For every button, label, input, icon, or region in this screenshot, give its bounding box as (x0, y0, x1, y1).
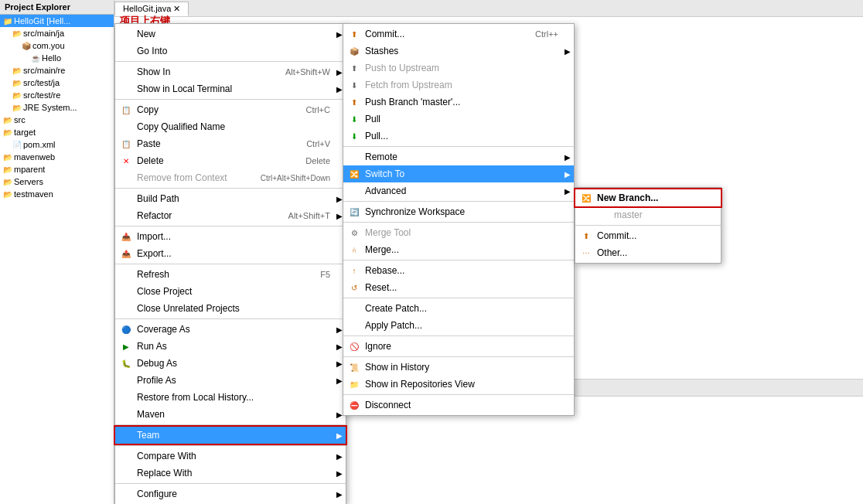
menu-push-upstream: ⬆ Push to Upstream (343, 60, 574, 77)
tree-item-testmaven[interactable]: 📂 testmaven (0, 188, 114, 200)
menu-pull-dots[interactable]: ⬇ Pull... (343, 128, 574, 145)
merge-tool-icon: ⚙ (348, 226, 360, 239)
menu-switch-to[interactable]: 🔀 Switch To▶ (343, 165, 574, 182)
new-branch-icon: 🔀 (580, 192, 592, 204)
menu-copy-qualified[interactable]: Copy Qualified Name (115, 118, 346, 135)
project-explorer-header: Project Explorer (0, 0, 114, 15)
tree-item-src-main-ja[interactable]: 📂 src/main/ja (0, 27, 114, 39)
menu-import[interactable]: 📥 Import... (115, 228, 346, 245)
menu-merge-tool: ⚙ Merge Tool (343, 224, 574, 241)
menu-paste[interactable]: 📋 PasteCtrl+V (115, 135, 346, 152)
commit-switch-icon: ⬆ (580, 230, 592, 242)
l2-sep8 (343, 394, 574, 395)
menu-close-project[interactable]: Close Project (115, 283, 346, 300)
debug-icon: 🐛 (120, 357, 132, 369)
team-submenu: ⬆ Commit...Ctrl++ 📦 Stashes▶ ⬆ Push to U… (343, 23, 575, 416)
disconnect-icon: ⛔ (348, 399, 360, 411)
menu-export[interactable]: 📤 Export... (115, 245, 346, 262)
copy-icon: 📋 (120, 104, 132, 116)
menu-stashes[interactable]: 📦 Stashes▶ (343, 43, 574, 60)
menu-maven[interactable]: Maven▶ (115, 406, 346, 423)
menu-commit-switch[interactable]: ⬆ Commit... (575, 227, 721, 244)
sep9 (115, 483, 346, 484)
tree-item-com-you[interactable]: 📦 com.you (0, 39, 114, 52)
menu-close-unrelated[interactable]: Close Unrelated Projects (115, 300, 346, 317)
menu-build-path[interactable]: Build Path▶ (115, 190, 346, 207)
menu-create-patch[interactable]: Create Patch... (343, 300, 574, 317)
tree-item-hellogit--hell---[interactable]: 📁 HelloGit [Hell... (0, 15, 114, 27)
menu-merge[interactable]: ⑃ Merge... (343, 241, 574, 258)
menu-copy[interactable]: 📋 CopyCtrl+C (115, 101, 346, 118)
menu-remove-context: Remove from ContextCtrl+Alt+Shift+Down (115, 169, 346, 186)
tree-item-src-main-re[interactable]: 📂 src/main/re (0, 64, 114, 77)
commit-icon: ⬆ (348, 28, 360, 40)
sep8 (115, 445, 346, 446)
sep2 (115, 99, 346, 100)
menu-team[interactable]: Team▶ (115, 427, 346, 444)
tree-item-jre-system---[interactable]: 📂 JRE System... (0, 101, 114, 114)
menu-configure[interactable]: Configure▶ (115, 485, 346, 502)
menu-show-repos[interactable]: 📁 Show in Repositories View (343, 376, 574, 393)
tree-item-target[interactable]: 📂 target (0, 126, 114, 138)
tree-item-src[interactable]: 📂 src (0, 114, 114, 126)
menu-go-into[interactable]: Go Into (115, 43, 346, 60)
project-explorer: Project Explorer 📁 HelloGit [Hell...📂 sr… (0, 0, 114, 504)
menu-rebase[interactable]: ↑ Rebase... (343, 262, 574, 279)
menu-reset[interactable]: ↺ Reset... (343, 279, 574, 296)
l2-sep3 (343, 222, 574, 223)
repos-icon: 📁 (348, 378, 360, 390)
menu-disconnect[interactable]: ⛔ Disconnect (343, 397, 574, 414)
export-icon: 📤 (120, 247, 132, 260)
menu-profile-as[interactable]: Profile As▶ (115, 372, 346, 389)
sep4 (115, 226, 346, 226)
menu-push-branch[interactable]: ⬆ Push Branch 'master'... (343, 94, 574, 111)
pull-dots-icon: ⬇ (348, 130, 360, 142)
menu-ignore[interactable]: 🚫 Ignore (343, 338, 574, 355)
menu-debug-as[interactable]: 🐛 Debug As▶ (115, 355, 346, 372)
menu-fetch-upstream: ⬇ Fetch from Upstream (343, 77, 574, 94)
menu-replace-with[interactable]: Replace With▶ (115, 465, 346, 482)
tree-item-hello[interactable]: ☕ Hello (0, 52, 114, 64)
tree-item-src-test-ja[interactable]: 📂 src/test/ja (0, 77, 114, 89)
tree-item-mavenweb[interactable]: 📂 mavenweb (0, 151, 114, 163)
menu-commit[interactable]: ⬆ Commit...Ctrl++ (343, 26, 574, 43)
l2-sep2 (343, 201, 574, 202)
menu-apply-patch[interactable]: Apply Patch... (343, 317, 574, 334)
sep1 (115, 61, 346, 62)
menu-show-in[interactable]: Show InAlt+Shift+W▶ (115, 63, 346, 80)
run-icon: ▶ (120, 340, 132, 352)
l2-sep7 (343, 356, 574, 357)
import-icon: 📥 (120, 230, 132, 243)
stashes-icon: 📦 (348, 45, 360, 57)
tree-item-pom-xml[interactable]: 📄 pom.xml (0, 138, 114, 151)
menu-run-as[interactable]: ▶ Run As▶ (115, 338, 346, 355)
fetch-icon: ⬇ (348, 79, 360, 91)
tree-item-src-test-re[interactable]: 📂 src/test/re (0, 89, 114, 101)
sep7 (115, 424, 346, 425)
menu-advanced[interactable]: Advanced▶ (343, 182, 574, 199)
l2-sep1 (343, 146, 574, 147)
menu-show-history[interactable]: 📜 Show in History (343, 359, 574, 376)
menu-sync-workspace[interactable]: 🔄 Synchronize Workspace (343, 203, 574, 220)
editor-tabs: HelloGit.java ✕ (114, 0, 863, 17)
menu-other[interactable]: ⋯ Other... (575, 244, 721, 261)
sep6 (115, 318, 346, 319)
sep3 (115, 188, 346, 189)
menu-remote[interactable]: Remote▶ (343, 148, 574, 165)
menu-show-terminal[interactable]: Show in Local Terminal▶ (115, 80, 346, 97)
pull-icon: ⬇ (348, 113, 360, 125)
menu-delete[interactable]: ✕ DeleteDelete (115, 152, 346, 169)
menu-refactor[interactable]: RefactorAlt+Shift+T▶ (115, 207, 346, 224)
menu-restore-history[interactable]: Restore from Local History... (115, 389, 346, 406)
menu-compare-with[interactable]: Compare With▶ (115, 448, 346, 465)
l2-sep6 (343, 335, 574, 336)
menu-pull[interactable]: ⬇ Pull (343, 111, 574, 128)
menu-new-branch[interactable]: 🔀 New Branch... (575, 189, 721, 206)
menu-refresh[interactable]: RefreshF5 (115, 266, 346, 283)
tree-item-servers[interactable]: 📂 Servers (0, 175, 114, 188)
tree-item-mparent[interactable]: 📂 mparent (0, 163, 114, 175)
rebase-icon: ↑ (348, 264, 360, 277)
menu-new[interactable]: ▶New (115, 26, 346, 43)
menu-coverage-as[interactable]: 🔵 Coverage As▶ (115, 321, 346, 338)
sep5 (115, 264, 346, 264)
